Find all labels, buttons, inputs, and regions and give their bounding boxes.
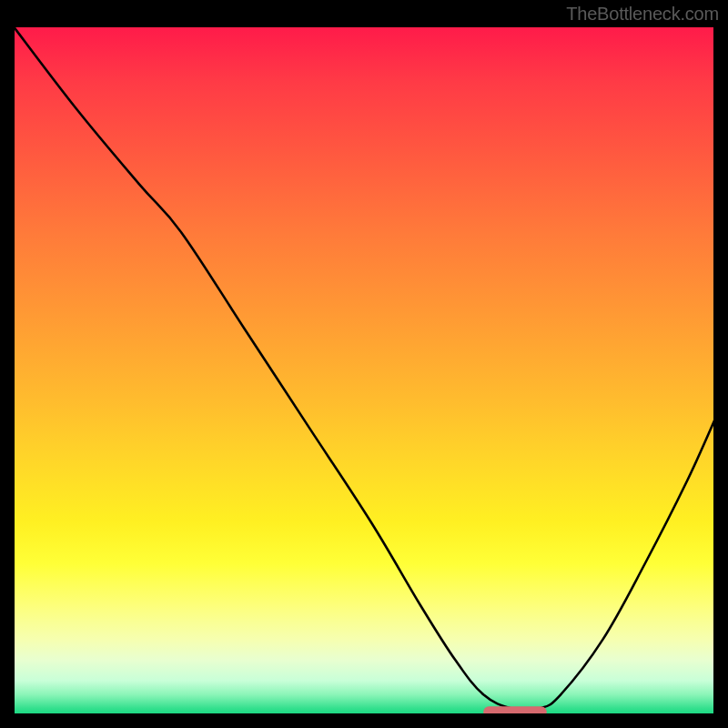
- bottleneck-curve-line: [13, 25, 715, 710]
- watermark-text: TheBottleneck.com: [566, 4, 719, 25]
- chart-frame: [13, 25, 715, 715]
- chart-svg: [13, 25, 715, 715]
- min-marker: [483, 706, 546, 715]
- chart-plot-area: [13, 25, 715, 715]
